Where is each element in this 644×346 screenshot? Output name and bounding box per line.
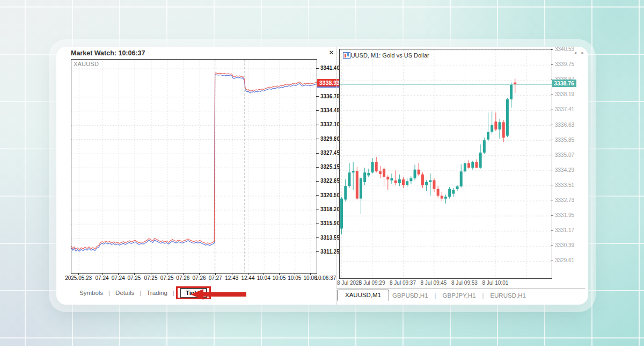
y-axis-tick bbox=[551, 261, 553, 261]
chart-tab-gbpusd-h1[interactable]: GBPUSD,H1 bbox=[389, 291, 431, 300]
y-axis-label: 3338.19 bbox=[555, 91, 574, 97]
y-axis-label: 3337.41 bbox=[555, 106, 574, 112]
x-axis-label: 07:25 bbox=[127, 275, 141, 281]
y-axis-tick bbox=[316, 153, 319, 154]
y-axis-label: 3334.29 bbox=[555, 167, 574, 173]
y-axis-tick bbox=[316, 195, 319, 196]
x-axis-label: 8 Jul 2025 bbox=[337, 280, 362, 286]
y-axis-label: 3339.75 bbox=[555, 61, 574, 67]
tab-details[interactable]: Details bbox=[114, 289, 135, 297]
metatrader-window: Market Watch: 10:06:37 ✕ XAUUSD 3341.403… bbox=[56, 47, 588, 305]
chart-title: XAUUSD, M1: Gold vs US Dollar bbox=[343, 52, 429, 59]
chart-panel: XAUUSD, M1: Gold vs US Dollar 3340.53333… bbox=[336, 47, 588, 305]
tab-scroll-right-icon[interactable]: ▸ bbox=[581, 50, 584, 55]
chart-header: XAUUSD, M1: Gold vs US Dollar bbox=[343, 52, 429, 59]
y-axis-tick bbox=[551, 185, 553, 185]
tab-trading[interactable]: Trading bbox=[145, 289, 169, 297]
x-axis-label: 10:05 bbox=[272, 275, 286, 281]
market-watch-panel: Market Watch: 10:06:37 ✕ XAUUSD 3341.403… bbox=[56, 47, 336, 305]
y-axis-tick bbox=[551, 215, 553, 216]
chart-tab-gbpjpy-h1[interactable]: GBPJPY,H1 bbox=[440, 291, 479, 300]
x-axis-label: 8 Jul 09:45 bbox=[420, 280, 447, 286]
y-axis-tick bbox=[316, 125, 319, 125]
market-watch-titlebar[interactable]: Market Watch: 10:06:37 ✕ bbox=[71, 48, 335, 59]
x-axis-label: 8 Jul 09:53 bbox=[451, 280, 478, 286]
y-axis-label: 3340.53 bbox=[555, 46, 574, 52]
tab-separator: | bbox=[173, 290, 174, 296]
tab-separator: | bbox=[140, 290, 141, 296]
y-axis-tick bbox=[316, 224, 319, 224]
y-axis-label: 3335.07 bbox=[555, 152, 574, 158]
y-axis-label: 3336.63 bbox=[555, 122, 574, 128]
y-axis-tick bbox=[316, 68, 319, 69]
x-axis-label: 07:25 bbox=[160, 275, 174, 281]
market-watch-title: Market Watch: 10:06:37 bbox=[71, 49, 145, 57]
x-axis-label: 12:43 bbox=[225, 275, 238, 281]
y-axis-tick bbox=[316, 96, 319, 97]
x-axis-label: 07:25 bbox=[144, 275, 157, 281]
tab-separator: | bbox=[108, 290, 110, 296]
chart-tab-eurusd-h1[interactable]: EURUSD,H1 bbox=[487, 291, 529, 300]
y-axis-tick bbox=[316, 251, 319, 252]
y-axis-tick bbox=[316, 210, 319, 210]
y-axis-tick bbox=[551, 170, 553, 170]
tick-chart-svg[interactable] bbox=[71, 60, 317, 273]
x-axis-label: 8 Jul 09:29 bbox=[359, 280, 385, 286]
x-axis-label: 8 Jul 10:01 bbox=[482, 280, 508, 286]
x-axis-label: 12:44 bbox=[241, 275, 254, 281]
y-axis-tick bbox=[551, 95, 553, 95]
y-axis-tick bbox=[551, 110, 553, 110]
x-axis-label: 8 Jul 09:37 bbox=[390, 280, 416, 286]
y-axis-tick bbox=[551, 140, 553, 140]
x-axis-label: 10:05 bbox=[288, 275, 301, 281]
y-axis-tick bbox=[316, 237, 319, 238]
x-axis-label: 07:24 bbox=[112, 275, 125, 281]
annotation-arrow-icon bbox=[191, 289, 246, 300]
y-axis-tick bbox=[551, 64, 553, 65]
chart-tab-xauusd-m1[interactable]: XAUUSD,M1 bbox=[337, 290, 389, 301]
y-axis-tick bbox=[551, 230, 553, 231]
x-axis-label: 10:06:37 bbox=[315, 275, 336, 281]
market-watch-tab-bar: Symbols|Details|Trading|Ticks bbox=[71, 286, 207, 300]
tab-symbols[interactable]: Symbols bbox=[78, 289, 104, 297]
current-price-badge: 3338.76 bbox=[552, 80, 576, 87]
y-axis-tick bbox=[551, 200, 553, 200]
candlestick-chart-svg[interactable] bbox=[340, 49, 552, 278]
x-axis-label: 07:24 bbox=[96, 275, 109, 281]
y-axis-label: 3335.85 bbox=[555, 137, 574, 143]
y-axis-tick bbox=[316, 139, 319, 139]
close-icon[interactable]: ✕ bbox=[327, 49, 335, 56]
page-background: Market Watch: 10:06:37 ✕ XAUUSD 3341.403… bbox=[0, 0, 644, 346]
y-axis-tick bbox=[551, 49, 553, 50]
y-axis-label: 3331.17 bbox=[555, 227, 574, 233]
y-axis-label: 3329.61 bbox=[555, 257, 574, 263]
y-axis-label: 3330.39 bbox=[555, 242, 574, 248]
y-axis-tick bbox=[316, 181, 319, 182]
x-axis-label: 10:04 bbox=[257, 275, 270, 281]
y-axis-tick bbox=[551, 125, 553, 125]
tab-separator: | bbox=[482, 292, 484, 299]
x-axis-label: 2025.05.23 bbox=[65, 275, 92, 281]
x-axis-label: 07:26 bbox=[176, 275, 189, 281]
y-axis-label: 3332.73 bbox=[555, 197, 574, 203]
y-axis-tick bbox=[316, 167, 319, 168]
chart-tab-bar: XAUUSD,M1GBPUSD,H1|GBPJPY,H1|EURUSD,H1 bbox=[337, 288, 585, 302]
y-axis-label: 3331.95 bbox=[555, 212, 574, 218]
tab-separator: | bbox=[435, 292, 436, 299]
y-axis-label: 3333.51 bbox=[555, 182, 574, 188]
tab-scroll-left-icon[interactable]: ◂ bbox=[574, 50, 576, 55]
y-axis-tick bbox=[551, 155, 553, 155]
y-axis-tick bbox=[316, 110, 319, 111]
chart-window-icon bbox=[343, 52, 350, 59]
tick-chart[interactable]: XAUUSD bbox=[71, 59, 317, 274]
candlestick-chart[interactable]: XAUUSD, M1: Gold vs US Dollar bbox=[339, 49, 552, 279]
y-axis-tick bbox=[551, 246, 553, 246]
tick-chart-symbol-label: XAUUSD bbox=[74, 61, 99, 67]
x-axis-label: 07:27 bbox=[209, 275, 222, 281]
x-axis-label: 07:26 bbox=[192, 275, 206, 281]
